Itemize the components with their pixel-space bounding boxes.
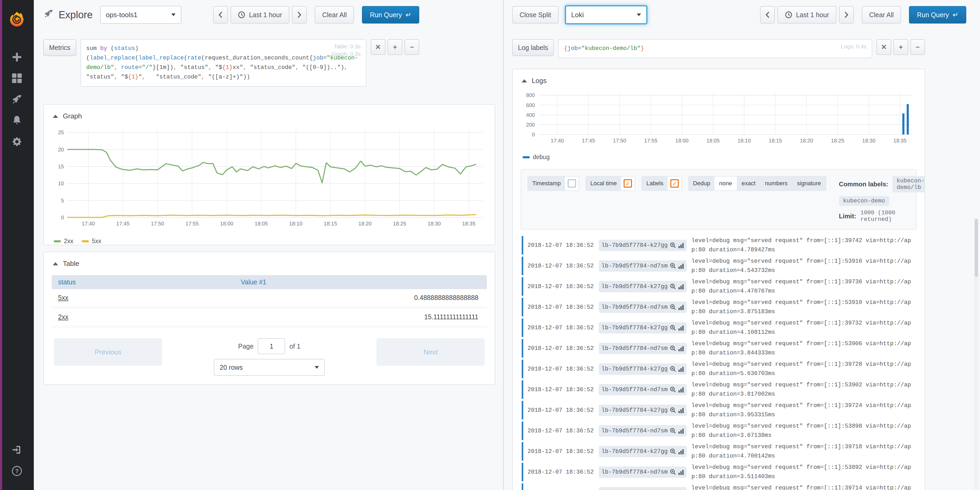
left-clear-all-button[interactable]: Clear All (315, 6, 354, 24)
zoom-in-icon[interactable] (670, 345, 676, 351)
right-timerange-button[interactable]: Last 1 hour (778, 6, 836, 24)
zoom-in-icon[interactable] (670, 407, 676, 413)
zoom-in-icon[interactable] (670, 283, 676, 290)
dedup-option-none[interactable]: none (714, 177, 737, 190)
sidebar-item-configuration[interactable] (0, 132, 34, 153)
collapse-query-button[interactable]: − (910, 39, 925, 55)
dedup-option-signature[interactable]: signature (792, 177, 826, 190)
svg-text:17:50: 17:50 (613, 138, 626, 144)
page-number-input[interactable] (258, 338, 285, 354)
graph-panel-header[interactable]: Graph (52, 110, 487, 126)
log-label-tag[interactable]: lb-7b9d5f7784-nd7sm (599, 260, 687, 272)
zoom-in-icon[interactable] (670, 448, 676, 455)
log-label-tag[interactable]: lb-7b9d5f7784-k27gg (599, 281, 687, 292)
labels-toggle[interactable]: Labels ✓ (641, 176, 682, 191)
zoom-in-icon[interactable] (670, 366, 676, 372)
zoom-in-icon[interactable] (670, 469, 676, 475)
local-time-checkbox[interactable]: ✓ (624, 179, 632, 188)
remove-query-button[interactable]: ✕ (371, 39, 385, 55)
sidebar-item-explore[interactable] (0, 90, 34, 111)
bar-chart-icon[interactable] (678, 263, 684, 269)
bar-chart-icon[interactable] (678, 345, 684, 351)
logs-scrollbar[interactable] (974, 218, 978, 490)
metrics-query-type-chip[interactable]: Metrics (43, 39, 76, 56)
log-label-tag[interactable]: lb-7b9d5f7784-nd7sm (599, 302, 687, 313)
table-panel-header[interactable]: Table (52, 257, 487, 273)
log-label-tag[interactable]: lb-7b9d5f7784-nd7sm (599, 425, 687, 437)
log-label-tag[interactable]: lb-7b9d5f7784-k27gg (599, 322, 687, 334)
left-timerange-button[interactable]: Last 1 hour (231, 6, 290, 24)
log-label-tag[interactable]: lb-7b9d5f7784-nd7sm (599, 466, 687, 478)
sidebar-item-help[interactable]: ? (0, 461, 34, 483)
timestamp-checkbox[interactable] (568, 179, 576, 188)
bar-chart-icon[interactable] (678, 386, 684, 393)
sidebar-item-create[interactable] (0, 48, 34, 69)
logs-scrollbar-thumb[interactable] (975, 219, 978, 277)
log-labels-chip[interactable]: Log labels (512, 39, 554, 56)
left-datasource-select[interactable]: ops-tools1 (100, 6, 181, 24)
bar-chart-icon[interactable] (678, 469, 684, 475)
dedup-option-numbers[interactable]: numbers (760, 177, 792, 190)
right-time-back-button[interactable] (760, 6, 775, 24)
bar-chart-icon[interactable] (678, 407, 684, 413)
log-label-tag[interactable]: lb-7b9d5f7784-nd7sm (599, 384, 687, 395)
log-label-tag[interactable]: lb-7b9d5f7784-k27gg (599, 240, 687, 251)
logs-panel-header[interactable]: Logs (520, 75, 916, 90)
sidebar-item-sign-in[interactable] (0, 440, 34, 461)
zoom-in-icon[interactable] (670, 386, 676, 393)
previous-page-button[interactable]: Previous (54, 338, 162, 366)
add-query-button[interactable]: + (893, 39, 908, 55)
log-label-tag[interactable]: lb-7b9d5f7784-nd7sm (599, 343, 687, 354)
bar-chart-icon[interactable] (678, 242, 684, 249)
logs-volume-chart[interactable]: 17:4017:4517:5017:5518:0018:0518:1018:15… (520, 90, 916, 147)
zoom-in-icon[interactable] (670, 263, 676, 269)
zoom-in-icon[interactable] (670, 428, 676, 434)
sidebar-item-alerting[interactable] (0, 111, 34, 132)
bar-chart-icon[interactable] (678, 283, 684, 290)
legend-item-5xx[interactable]: 5xx (82, 238, 101, 245)
log-label-tag[interactable]: lb-7b9d5f7784-k27gg (599, 487, 687, 490)
grafana-logo[interactable] (0, 4, 34, 34)
collapse-query-button[interactable]: − (404, 39, 419, 55)
log-label-tag[interactable]: lb-7b9d5f7784-k27gg (599, 446, 687, 457)
labels-checkbox[interactable]: ✓ (670, 179, 679, 188)
metrics-query-editor[interactable]: sum by (status)(label_replace(label_repl… (81, 39, 366, 87)
right-time-forward-button[interactable] (839, 6, 854, 24)
table-column-status[interactable]: status (52, 275, 234, 289)
close-split-button[interactable]: Close Split (512, 6, 558, 24)
bar-chart-icon[interactable] (678, 324, 684, 331)
left-time-forward-button[interactable] (292, 6, 307, 24)
svg-text:17:55: 17:55 (644, 138, 657, 144)
right-datasource-select[interactable]: Loki (565, 5, 648, 24)
bar-chart-icon[interactable] (678, 428, 684, 434)
status-link[interactable]: 5xx (58, 294, 68, 301)
metrics-graph-chart[interactable]: 17:4017:4517:5017:5518:0018:0518:1018:15… (52, 126, 485, 231)
status-link[interactable]: 2xx (58, 313, 68, 321)
zoom-in-icon[interactable] (670, 304, 676, 310)
bar-chart-icon[interactable] (678, 366, 684, 372)
log-label-tag[interactable]: lb-7b9d5f7784-k27gg (599, 405, 687, 416)
table-column-value[interactable]: Value #1 (234, 275, 487, 289)
remove-query-button[interactable]: ✕ (877, 39, 891, 55)
local-time-toggle[interactable]: Local time ✓ (585, 176, 635, 191)
loki-query-editor[interactable]: {job="kubecon-demo/lb"} Logs: 0.4s (558, 39, 872, 58)
add-query-button[interactable]: + (388, 39, 402, 55)
right-run-query-button[interactable]: Run Query ↵ (909, 6, 966, 24)
zoom-in-icon[interactable] (670, 242, 676, 249)
next-page-button[interactable]: Next (377, 338, 485, 366)
left-time-back-button[interactable] (213, 6, 228, 24)
dedup-option-exact[interactable]: exact (737, 177, 760, 190)
left-run-query-button[interactable]: Run Query ↵ (362, 6, 419, 24)
log-label-tag[interactable]: lb-7b9d5f7784-k27gg (599, 363, 687, 375)
log-timestamp: 2018-12-07 18:36:52 (528, 385, 594, 394)
right-clear-all-button[interactable]: Clear All (862, 6, 901, 24)
legend-item-2xx[interactable]: 2xx (54, 238, 73, 245)
legend-item-debug[interactable]: debug (523, 153, 550, 161)
rows-per-page-select[interactable]: 20 rows (214, 359, 325, 376)
timestamp-toggle[interactable]: Timestamp (528, 176, 579, 191)
clock-icon (785, 11, 792, 19)
sidebar-item-dashboards[interactable] (0, 69, 34, 90)
zoom-in-icon[interactable] (670, 324, 676, 331)
bar-chart-icon[interactable] (678, 304, 684, 310)
bar-chart-icon[interactable] (678, 448, 684, 455)
